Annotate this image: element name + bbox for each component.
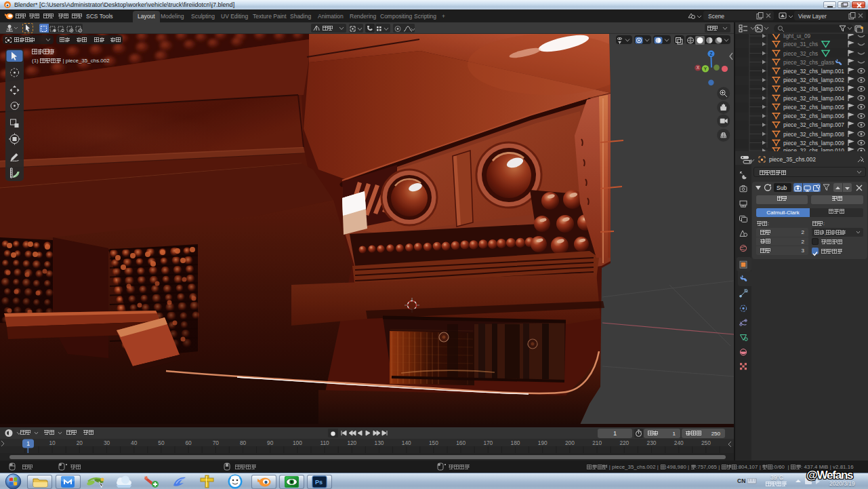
- svg-text:110: 110: [320, 439, 329, 446]
- svg-text:piece_32_chs_lamp.002: piece_32_chs_lamp.002: [783, 77, 844, 83]
- svg-text:Z: Z: [709, 52, 712, 56]
- svg-text:90: 90: [267, 439, 274, 446]
- svg-text:Ps: Ps: [315, 479, 323, 486]
- svg-text:250: 250: [701, 439, 711, 446]
- svg-text:40: 40: [131, 439, 138, 446]
- svg-text:150: 150: [429, 439, 438, 446]
- svg-text:200: 200: [565, 439, 575, 446]
- svg-text:50: 50: [158, 439, 165, 446]
- svg-text:piece_32_chs_lamp.008: piece_32_chs_lamp.008: [783, 131, 844, 138]
- svg-text:180: 180: [511, 439, 520, 446]
- svg-text:light_ui_09: light_ui_09: [783, 34, 811, 39]
- svg-text:piece_32_chs_lamp.007: piece_32_chs_lamp.007: [783, 121, 844, 128]
- svg-text:80: 80: [240, 439, 247, 446]
- svg-text:Y: Y: [704, 66, 707, 71]
- svg-text:1: 1: [26, 440, 30, 447]
- svg-text:piece_32_chs_lamp.005: piece_32_chs_lamp.005: [783, 104, 844, 111]
- svg-text:190: 190: [538, 439, 547, 446]
- svg-text:70: 70: [213, 439, 220, 446]
- svg-text:piece_32_chs_lamp.004: piece_32_chs_lamp.004: [783, 95, 844, 102]
- svg-text:piece_32_chs_lamp.006: piece_32_chs_lamp.006: [783, 113, 844, 119]
- svg-text:piece_32_chs_lamp.009: piece_32_chs_lamp.009: [783, 140, 844, 146]
- svg-text:130: 130: [375, 439, 384, 446]
- svg-text:230: 230: [647, 439, 657, 446]
- svg-text:100: 100: [293, 439, 302, 446]
- svg-text:120: 120: [347, 439, 356, 446]
- svg-text:piece_32_chs_lamp.001: piece_32_chs_lamp.001: [783, 68, 844, 75]
- svg-text:piece_32_chs_glass: piece_32_chs_glass: [783, 59, 834, 66]
- svg-text:10: 10: [49, 439, 56, 446]
- svg-text:60: 60: [185, 439, 192, 446]
- svg-text:piece_32_chs: piece_32_chs: [783, 50, 818, 57]
- svg-text:240: 240: [674, 439, 684, 446]
- svg-text:170: 170: [483, 439, 493, 446]
- svg-text:30: 30: [104, 439, 110, 446]
- svg-text:X: X: [697, 65, 700, 70]
- svg-text:20: 20: [77, 439, 83, 446]
- svg-text:140: 140: [402, 439, 411, 446]
- svg-text:160: 160: [456, 439, 466, 446]
- svg-text:210: 210: [592, 439, 602, 446]
- svg-text:220: 220: [619, 439, 629, 446]
- svg-text:piece_31_chs: piece_31_chs: [783, 41, 818, 47]
- svg-text:piece_32_chs_lamp.003: piece_32_chs_lamp.003: [783, 85, 844, 92]
